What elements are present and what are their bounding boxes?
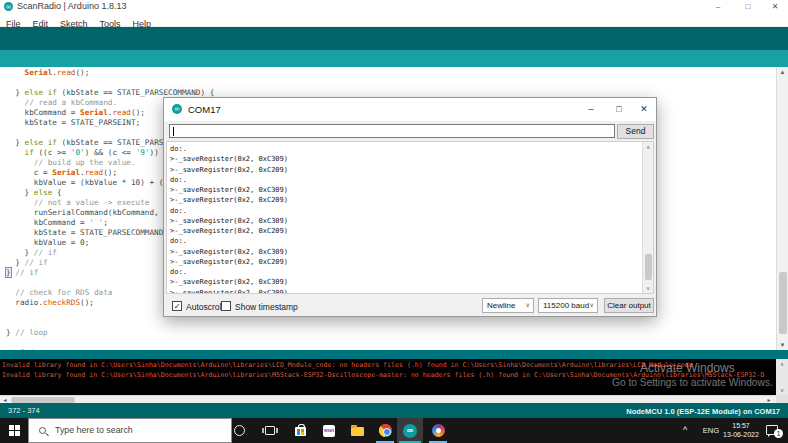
arduino-dialog-icon: ∞ — [172, 104, 182, 114]
cortana-button[interactable] — [228, 418, 252, 443]
console-horizontal-scrollbar[interactable]: ◄ ► — [0, 395, 776, 403]
serial-maximize-button[interactable]: □ — [607, 98, 631, 120]
serial-output-line: >-_saveRegister(0x2, 0xC209) — [170, 165, 288, 175]
serial-output-line: >-_saveRegister(0x2, 0xC309) — [170, 185, 288, 195]
serial-output-line: >-_saveRegister(0x2, 0xC309) — [170, 247, 288, 257]
line-ending-select[interactable]: Newline∨ — [482, 298, 534, 313]
code-line: } // loop — [6, 328, 214, 338]
store-icon — [295, 427, 306, 436]
serial-output-line: do:. — [170, 144, 288, 154]
serial-input[interactable] — [169, 124, 615, 138]
combo-chevron-icon: ∨ — [590, 299, 594, 312]
autoscroll-checkbox[interactable]: ✓ — [172, 301, 182, 311]
serial-close-button[interactable]: ✕ — [632, 98, 656, 120]
console-scroll-down-icon[interactable]: ∨ — [776, 387, 788, 393]
serial-output-line: >-_saveRegister(0x2, 0xC309) — [170, 277, 288, 287]
taskbar-clock[interactable]: 15:57 13-06-2022 — [722, 422, 760, 439]
window-overlay-icon — [379, 424, 392, 437]
serial-output-line: do:. — [170, 175, 288, 185]
serial-monitor-title: COM17 — [188, 104, 221, 115]
serial-output-line: >-_saveRegister(0x2, 0xC309) — [170, 216, 288, 226]
paint-app-button[interactable] — [426, 418, 450, 443]
action-center-button[interactable]: 1 — [762, 418, 788, 443]
scrollbar-corner — [776, 395, 788, 403]
console-vertical-scrollbar[interactable]: ∧ ∨ — [776, 359, 788, 395]
baud-rate-value: 115200 baud — [543, 301, 589, 310]
task-view-button[interactable] — [258, 418, 282, 443]
scroll-up-icon[interactable]: ▲ — [777, 69, 788, 75]
wset-app-button[interactable]: wset — [317, 418, 341, 443]
paint-3d-icon — [432, 424, 445, 437]
toolbar: ✓ → ↑ ↓ — [0, 27, 788, 50]
menu-bar: FileEditSketchToolsHelp — [0, 13, 788, 27]
clear-output-button[interactable]: Clear output — [604, 298, 654, 313]
serial-output-line: >-_saveRegister(0x2, 0xC209) — [170, 288, 288, 295]
serial-output-line: do:. — [170, 267, 288, 277]
serial-output-line: >-_saveRegister(0x2, 0xC209) — [170, 226, 288, 236]
baud-rate-select[interactable]: 115200 baud∨ — [538, 298, 598, 313]
serial-output-scrollbar[interactable]: ∧ ∨ — [642, 142, 653, 293]
text-caret — [173, 127, 174, 136]
console-output[interactable]: Invalid library found in C:\Users\Sinha\… — [0, 359, 776, 395]
wset-app-icon: wset — [323, 425, 335, 437]
code-line — [6, 338, 214, 348]
search-icon — [39, 427, 46, 434]
file-explorer-button[interactable] — [345, 418, 369, 443]
line-number-indicator: 372 - 374 — [8, 406, 40, 415]
hidden-icons-chevron[interactable]: ^ — [678, 418, 692, 443]
board-port-indicator: NodeMCU 1.0 (ESP-12E Module) on COM17 — [626, 407, 780, 416]
start-button[interactable] — [0, 418, 28, 443]
serial-scroll-down-icon[interactable]: ∨ — [643, 285, 653, 291]
clock-time: 15:57 — [722, 422, 760, 431]
arduino-taskbar-button[interactable]: ∞ — [397, 418, 423, 443]
serial-monitor-window: ∞ COM17 – □ ✕ Send do:.>-_saveRegister(0… — [163, 97, 657, 317]
console-scroll-up-icon[interactable]: ∧ — [776, 361, 788, 367]
serial-output-line: >-_saveRegister(0x2, 0xC209) — [170, 195, 288, 205]
editor-scrollbar-thumb[interactable] — [779, 272, 787, 334]
maximize-button[interactable]: □ — [740, 0, 756, 13]
browser-button[interactable] — [373, 418, 397, 443]
serial-output-line: >-_saveRegister(0x2, 0xC309) — [170, 154, 288, 164]
show-timestamp-label: Show timestamp — [235, 302, 298, 312]
serial-output-line: >-_saveRegister(0x2, 0xC209) — [170, 257, 288, 267]
show-timestamp-checkbox[interactable] — [221, 301, 231, 311]
search-placeholder: Type here to search — [55, 425, 133, 435]
arduino-taskbar-icon: ∞ — [403, 424, 417, 438]
serial-scroll-up-icon[interactable]: ∧ — [643, 144, 653, 150]
autoscroll-label: Autoscroll — [186, 302, 223, 312]
serial-output-area[interactable]: do:.>-_saveRegister(0x2, 0xC309)>-_saveR… — [166, 141, 654, 294]
windows-logo-icon — [9, 425, 20, 436]
store-button[interactable] — [288, 418, 312, 443]
code-line — [6, 78, 214, 88]
notification-badge: 1 — [774, 429, 783, 438]
check-icon: ✓ — [174, 302, 181, 311]
combo-chevron-icon: ∨ — [526, 299, 530, 312]
code-line: Serial.read(); — [6, 68, 214, 78]
ide-titlebar: ∞ ScanRadio | Arduino 1.8.13 – □ ✕ — [0, 0, 788, 13]
minimize-button[interactable]: – — [710, 0, 726, 13]
cortana-icon — [234, 425, 245, 436]
serial-monitor-titlebar[interactable]: ∞ COM17 – □ ✕ — [164, 98, 656, 121]
tab-bar: ScanRadio § ▼ — [0, 50, 788, 67]
console-warning-line: Invalid library found in C:\Users\Sinha\… — [2, 371, 776, 381]
line-ending-value: Newline — [487, 301, 515, 310]
ide-statusbar: 372 - 374 NodeMCU 1.0 (ESP-12E Module) o… — [0, 403, 788, 418]
scroll-down-icon[interactable]: ▼ — [777, 342, 788, 348]
serial-output-line: do:. — [170, 206, 288, 216]
screen: ∞ ScanRadio | Arduino 1.8.13 – □ ✕ FileE… — [0, 0, 788, 443]
taskbar-search[interactable]: Type here to search — [28, 418, 232, 443]
editor-vertical-scrollbar[interactable]: ▲ ▼ — [776, 67, 788, 350]
console-warning-line: Invalid library found in C:\Users\Sinha\… — [2, 361, 776, 371]
serial-minimize-button[interactable]: – — [579, 98, 603, 120]
window-title: ScanRadio | Arduino 1.8.13 — [17, 1, 126, 11]
serial-output-line: do:. — [170, 236, 288, 246]
send-button[interactable]: Send — [617, 124, 654, 139]
clock-date: 13-06-2022 — [722, 431, 760, 440]
code-line — [6, 318, 214, 328]
arduino-app-icon: ∞ — [4, 2, 13, 11]
taskbar: Type here to search wset ∞ ^ ENG 15:57 1… — [0, 418, 788, 443]
serial-scrollbar-thumb[interactable] — [645, 254, 652, 280]
close-button[interactable]: ✕ — [767, 0, 783, 13]
language-indicator[interactable]: ENG — [698, 418, 724, 443]
console-lines: Invalid library found in C:\Users\Sinha\… — [2, 361, 776, 380]
